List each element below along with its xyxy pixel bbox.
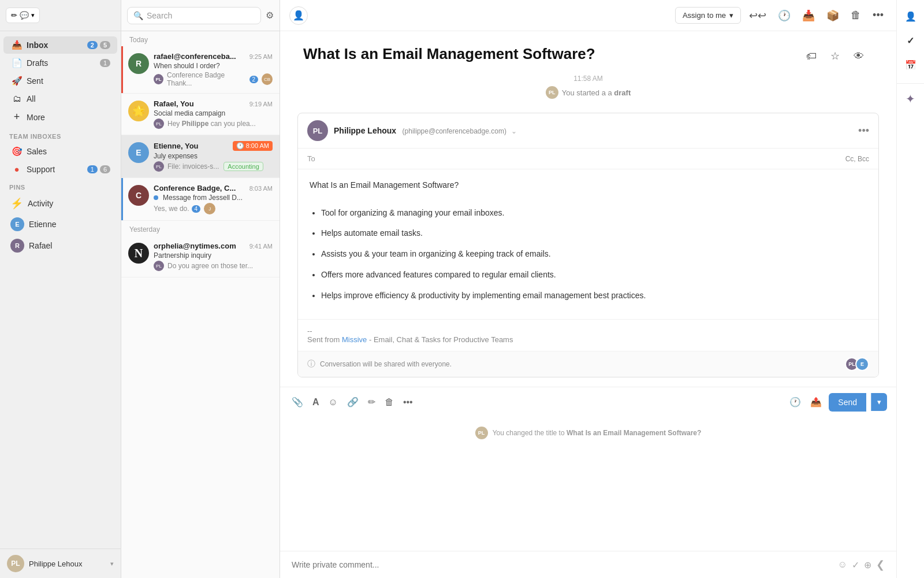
reply-count-badge: 4 (192, 205, 201, 213)
check-mark-button[interactable]: ✓ (900, 30, 921, 51)
conv-content: Conference Badge, C... 8:03 AM Message f… (154, 184, 273, 214)
link-button[interactable]: 🔗 (345, 394, 361, 410)
conv-content: Etienne, You 🕐 8:00 AM July expenses PL … (154, 141, 273, 172)
sales-label: Sales (27, 147, 110, 156)
conv-sender: orphelia@nytimes.com (154, 242, 236, 250)
conv-preview: PL File: invoices-s... Accounting (154, 161, 273, 172)
sender-expand-icon[interactable]: ⌄ (511, 127, 517, 135)
sidebar-item-activity[interactable]: ⚡ Activity (3, 194, 117, 213)
user-profile-icon-button[interactable]: 👤 (900, 6, 921, 27)
email-compose-card: PL Philippe Lehoux (philippe@conferenceb… (297, 113, 879, 377)
to-label: To (307, 154, 319, 163)
comment-input[interactable] (292, 560, 833, 569)
ai-button[interactable]: ✦ (900, 88, 921, 109)
conv-subject: Message from Jessell D... (154, 194, 273, 202)
chat-icon: 💬 (20, 11, 29, 20)
compose-button[interactable]: ✏ 💬 ▾ (6, 8, 40, 23)
inbox-badge-gray: 5 (100, 41, 110, 49)
user-profile[interactable]: PL Philippe Lehoux ▾ (0, 549, 121, 578)
sidebar-item-rafael[interactable]: R Rafael (3, 235, 117, 256)
sidebar-item-inbox[interactable]: 📥 Inbox 2 5 (3, 36, 117, 54)
delete-draft-button[interactable]: 🗑 (382, 395, 396, 410)
search-bar: 🔍 Search ⚙ (121, 0, 280, 31)
snooze-button[interactable]: 🕐 (774, 7, 794, 24)
shared-notice: ⓘ Conversation will be shared with every… (298, 351, 878, 377)
filter-button[interactable]: ⚙ (266, 10, 274, 21)
sidebar-item-all[interactable]: 🗂 All (3, 90, 117, 107)
bullet-4: Offers more advanced features compared t… (321, 268, 867, 282)
watch-button[interactable]: 👁 (850, 48, 867, 65)
assign-chevron-icon: ▾ (729, 11, 733, 20)
add-comment-button[interactable]: ⊕ (864, 560, 871, 570)
edit-button[interactable]: ✏ (366, 394, 378, 410)
more-compose-button[interactable]: ••• (401, 395, 415, 410)
sent-from: Sent from Missive - Email, Chat & Tasks … (307, 335, 869, 344)
conversation-item-nytimes[interactable]: N orphelia@nytimes.com 9:41 AM Partnersh… (121, 236, 280, 277)
compose-from: PL Philippe Lehoux (philippe@conferenceb… (298, 113, 878, 149)
calendar-button[interactable]: 📅 (900, 54, 921, 75)
drafts-icon: 📄 (10, 58, 23, 68)
compose-icon: ✏ (11, 11, 17, 20)
sender-name: Philippe Lehoux (334, 126, 396, 135)
submit-comment-button[interactable]: ✓ (852, 560, 859, 570)
user-small-avatar: PL (546, 86, 558, 99)
send-dropdown-button[interactable]: ▾ (871, 393, 887, 411)
label-button[interactable]: 🏷 (803, 48, 820, 65)
move-to-inbox-button[interactable]: 📥 (799, 7, 818, 24)
bullet-2: Helps automate email tasks. (321, 227, 867, 240)
compose-to[interactable]: To Cc, Bcc (298, 149, 878, 169)
preview-avatar: PL (154, 261, 164, 271)
inbox-icon: 📥 (10, 40, 23, 50)
conv-avatar: E (128, 142, 149, 163)
sidebar-item-sales[interactable]: 🎯 Sales (3, 143, 117, 160)
conv-subject: When should I order? (154, 62, 273, 70)
send-schedule-button[interactable]: 📤 (808, 394, 824, 410)
attach-button[interactable]: 📎 (289, 394, 305, 410)
email-timestamp: 11:58 AM (573, 75, 603, 83)
sidebar-item-more[interactable]: + More (3, 108, 117, 127)
search-input[interactable]: 🔍 Search (127, 7, 261, 24)
activity-entry: PL You changed the title to What Is an E… (475, 427, 702, 439)
sidebar-item-drafts[interactable]: 📄 Drafts 1 (3, 54, 117, 72)
email-content-area: What Is an Email Management Software? 🏷 … (280, 31, 896, 551)
collapse-button[interactable]: ❮ (876, 558, 885, 571)
send-button[interactable]: Send (829, 393, 866, 412)
conversation-item-expenses[interactable]: E Etienne, You 🕐 8:00 AM July expenses P… (121, 135, 280, 178)
text-format-button[interactable]: A (310, 395, 322, 410)
chevron-icon: ▾ (31, 12, 35, 19)
trash-button[interactable]: 🗑 (847, 7, 865, 24)
compose-body[interactable]: What Is an Email Management Software? To… (298, 169, 878, 319)
assign-to-me-button[interactable]: Assign to me ▾ (675, 7, 741, 24)
activity-icon: ⚡ (10, 197, 23, 210)
today-label: Today (121, 31, 280, 46)
right-sidebar: 👤 ✓ 📅 ✦ (896, 0, 924, 578)
sidebar-item-etienne[interactable]: E Etienne (3, 214, 117, 235)
email-toolbar: 👤 Assign to me ▾ ↩↩ 🕐 📥 📦 🗑 ••• (280, 0, 896, 31)
more-options-button[interactable]: ••• (869, 7, 887, 24)
conv-content: Rafael, You 9:19 AM Social media campaig… (154, 99, 273, 129)
user-avatar: PL (7, 555, 24, 572)
sidebar-item-sent[interactable]: 🚀 Sent (3, 72, 117, 90)
star-button[interactable]: ☆ (827, 47, 843, 65)
more-label: More (27, 113, 110, 122)
cc-bcc-button[interactable]: Cc, Bcc (845, 155, 869, 163)
inbox-label: Inbox (27, 40, 85, 50)
bullet-1: Tool for organizing & managing your emai… (321, 206, 867, 220)
conversation-item-social[interactable]: 🌟 Rafael, You 9:19 AM Social media campa… (121, 94, 280, 135)
shared-avatars: PL E (848, 357, 869, 371)
sidebar-item-support[interactable]: ● Support 1 6 (3, 161, 117, 177)
contact-icon-button[interactable]: 👤 (289, 6, 308, 25)
conv-avatar: 🌟 (128, 101, 149, 121)
archive-button[interactable]: 📦 (823, 7, 843, 24)
missive-link[interactable]: Missive (342, 335, 367, 344)
email-main-panel: 👤 Assign to me ▾ ↩↩ 🕐 📥 📦 🗑 ••• What Is … (280, 0, 896, 578)
reply-all-button[interactable]: ↩↩ (746, 7, 770, 24)
emoji-comment-button[interactable]: ☺ (838, 560, 847, 570)
conversation-item-jessell[interactable]: C Conference Badge, C... 8:03 AM Message… (121, 178, 280, 221)
emoji-button[interactable]: ☺ (326, 395, 340, 410)
schedule-button[interactable]: 🕐 (787, 394, 803, 410)
conv-preview: PL Do you agree on those ter... (154, 261, 273, 271)
overdue-badge: 🕐 8:00 AM (233, 141, 273, 151)
compose-more-button[interactable]: ••• (858, 125, 869, 137)
conversation-item-conf-badge[interactable]: R rafael@conferenceba... 9:25 AM When sh… (121, 46, 280, 94)
